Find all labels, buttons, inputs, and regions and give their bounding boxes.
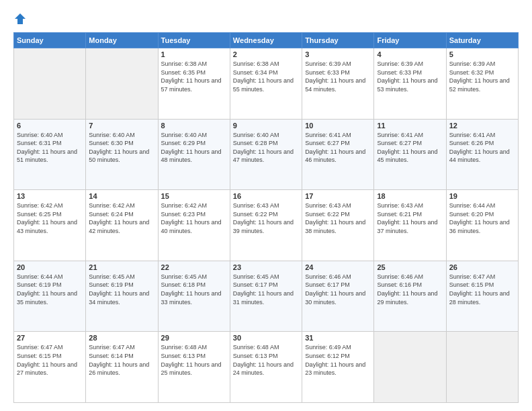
day-cell-3: 3Sunrise: 6:39 AM Sunset: 6:33 PM Daylig… bbox=[302, 48, 374, 120]
week-row-1: 1Sunrise: 6:38 AM Sunset: 6:35 PM Daylig… bbox=[14, 48, 519, 120]
day-info: Sunrise: 6:46 AM Sunset: 6:17 PM Dayligh… bbox=[305, 273, 371, 306]
day-number: 9 bbox=[233, 122, 299, 130]
day-info: Sunrise: 6:43 AM Sunset: 6:21 PM Dayligh… bbox=[377, 201, 443, 235]
day-number: 1 bbox=[161, 50, 227, 58]
empty-cell bbox=[446, 332, 518, 403]
day-cell-28: 28Sunrise: 6:47 AM Sunset: 6:14 PM Dayli… bbox=[86, 332, 158, 403]
day-cell-29: 29Sunrise: 6:48 AM Sunset: 6:13 PM Dayli… bbox=[158, 332, 230, 403]
logo bbox=[13, 12, 30, 26]
weekday-header-tuesday: Tuesday bbox=[158, 33, 230, 48]
page: SundayMondayTuesdayWednesdayThursdayFrid… bbox=[0, 0, 532, 411]
weekday-header-friday: Friday bbox=[374, 33, 446, 48]
day-info: Sunrise: 6:39 AM Sunset: 6:33 PM Dayligh… bbox=[305, 60, 371, 93]
day-info: Sunrise: 6:49 AM Sunset: 6:12 PM Dayligh… bbox=[305, 343, 371, 377]
day-number: 12 bbox=[449, 122, 515, 130]
weekday-header-sunday: Sunday bbox=[14, 33, 86, 48]
day-info: Sunrise: 6:45 AM Sunset: 6:19 PM Dayligh… bbox=[89, 273, 154, 306]
day-info: Sunrise: 6:47 AM Sunset: 6:14 PM Dayligh… bbox=[89, 343, 154, 377]
day-cell-15: 15Sunrise: 6:42 AM Sunset: 6:23 PM Dayli… bbox=[158, 190, 230, 261]
day-info: Sunrise: 6:40 AM Sunset: 6:31 PM Dayligh… bbox=[17, 131, 83, 165]
day-number: 3 bbox=[305, 50, 371, 58]
day-info: Sunrise: 6:40 AM Sunset: 6:29 PM Dayligh… bbox=[161, 131, 227, 165]
empty-cell bbox=[374, 332, 446, 403]
svg-marker-0 bbox=[15, 13, 26, 24]
day-info: Sunrise: 6:44 AM Sunset: 6:20 PM Dayligh… bbox=[449, 201, 515, 235]
day-info: Sunrise: 6:46 AM Sunset: 6:16 PM Dayligh… bbox=[377, 273, 443, 306]
day-info: Sunrise: 6:41 AM Sunset: 6:27 PM Dayligh… bbox=[377, 131, 443, 165]
day-info: Sunrise: 6:39 AM Sunset: 6:33 PM Dayligh… bbox=[377, 60, 443, 93]
day-number: 10 bbox=[305, 122, 371, 130]
day-info: Sunrise: 6:47 AM Sunset: 6:15 PM Dayligh… bbox=[449, 273, 515, 306]
day-number: 4 bbox=[377, 50, 443, 58]
day-info: Sunrise: 6:41 AM Sunset: 6:27 PM Dayligh… bbox=[305, 131, 371, 165]
day-number: 11 bbox=[377, 122, 443, 130]
day-number: 17 bbox=[305, 192, 371, 200]
day-cell-4: 4Sunrise: 6:39 AM Sunset: 6:33 PM Daylig… bbox=[374, 48, 446, 120]
day-number: 27 bbox=[17, 334, 83, 342]
logo-icon bbox=[13, 12, 27, 26]
day-number: 29 bbox=[161, 334, 227, 342]
day-cell-10: 10Sunrise: 6:41 AM Sunset: 6:27 PM Dayli… bbox=[302, 119, 374, 190]
calendar-table: SundayMondayTuesdayWednesdayThursdayFrid… bbox=[13, 32, 519, 403]
day-cell-6: 6Sunrise: 6:40 AM Sunset: 6:31 PM Daylig… bbox=[14, 119, 86, 190]
day-number: 28 bbox=[89, 334, 154, 342]
day-number: 16 bbox=[233, 192, 299, 200]
day-number: 19 bbox=[449, 192, 515, 200]
day-info: Sunrise: 6:42 AM Sunset: 6:23 PM Dayligh… bbox=[161, 201, 227, 235]
day-info: Sunrise: 6:41 AM Sunset: 6:26 PM Dayligh… bbox=[449, 131, 515, 165]
day-cell-17: 17Sunrise: 6:43 AM Sunset: 6:22 PM Dayli… bbox=[302, 190, 374, 261]
day-info: Sunrise: 6:45 AM Sunset: 6:18 PM Dayligh… bbox=[161, 273, 227, 306]
week-row-3: 13Sunrise: 6:42 AM Sunset: 6:25 PM Dayli… bbox=[14, 190, 519, 261]
day-info: Sunrise: 6:48 AM Sunset: 6:13 PM Dayligh… bbox=[161, 343, 227, 377]
day-info: Sunrise: 6:42 AM Sunset: 6:25 PM Dayligh… bbox=[17, 201, 83, 235]
day-number: 18 bbox=[377, 192, 443, 200]
day-info: Sunrise: 6:43 AM Sunset: 6:22 PM Dayligh… bbox=[305, 201, 371, 235]
day-cell-20: 20Sunrise: 6:44 AM Sunset: 6:19 PM Dayli… bbox=[14, 261, 86, 332]
day-cell-11: 11Sunrise: 6:41 AM Sunset: 6:27 PM Dayli… bbox=[374, 119, 446, 190]
day-number: 30 bbox=[233, 334, 299, 342]
weekday-header-wednesday: Wednesday bbox=[230, 33, 302, 48]
day-info: Sunrise: 6:44 AM Sunset: 6:19 PM Dayligh… bbox=[17, 273, 83, 306]
day-number: 13 bbox=[17, 192, 83, 200]
day-info: Sunrise: 6:40 AM Sunset: 6:28 PM Dayligh… bbox=[233, 131, 299, 165]
day-cell-1: 1Sunrise: 6:38 AM Sunset: 6:35 PM Daylig… bbox=[158, 48, 230, 120]
day-cell-9: 9Sunrise: 6:40 AM Sunset: 6:28 PM Daylig… bbox=[230, 119, 302, 190]
weekday-header-row: SundayMondayTuesdayWednesdayThursdayFrid… bbox=[14, 33, 519, 48]
day-info: Sunrise: 6:45 AM Sunset: 6:17 PM Dayligh… bbox=[233, 273, 299, 306]
day-info: Sunrise: 6:38 AM Sunset: 6:35 PM Dayligh… bbox=[161, 60, 227, 93]
day-number: 22 bbox=[161, 263, 227, 271]
day-number: 5 bbox=[449, 50, 515, 58]
day-cell-16: 16Sunrise: 6:43 AM Sunset: 6:22 PM Dayli… bbox=[230, 190, 302, 261]
header bbox=[13, 12, 519, 26]
day-number: 21 bbox=[89, 263, 154, 271]
day-number: 6 bbox=[17, 122, 83, 130]
weekday-header-saturday: Saturday bbox=[446, 33, 518, 48]
day-cell-18: 18Sunrise: 6:43 AM Sunset: 6:21 PM Dayli… bbox=[374, 190, 446, 261]
day-cell-12: 12Sunrise: 6:41 AM Sunset: 6:26 PM Dayli… bbox=[446, 119, 518, 190]
day-info: Sunrise: 6:42 AM Sunset: 6:24 PM Dayligh… bbox=[89, 201, 154, 235]
day-cell-8: 8Sunrise: 6:40 AM Sunset: 6:29 PM Daylig… bbox=[158, 119, 230, 190]
day-number: 8 bbox=[161, 122, 227, 130]
empty-cell bbox=[14, 48, 86, 120]
day-cell-31: 31Sunrise: 6:49 AM Sunset: 6:12 PM Dayli… bbox=[302, 332, 374, 403]
week-row-5: 27Sunrise: 6:47 AM Sunset: 6:15 PM Dayli… bbox=[14, 332, 519, 403]
day-number: 14 bbox=[89, 192, 154, 200]
day-cell-27: 27Sunrise: 6:47 AM Sunset: 6:15 PM Dayli… bbox=[14, 332, 86, 403]
empty-cell bbox=[86, 48, 158, 120]
day-number: 24 bbox=[305, 263, 371, 271]
day-cell-14: 14Sunrise: 6:42 AM Sunset: 6:24 PM Dayli… bbox=[86, 190, 158, 261]
day-number: 2 bbox=[233, 50, 299, 58]
day-info: Sunrise: 6:48 AM Sunset: 6:13 PM Dayligh… bbox=[233, 343, 299, 377]
day-cell-25: 25Sunrise: 6:46 AM Sunset: 6:16 PM Dayli… bbox=[374, 261, 446, 332]
day-info: Sunrise: 6:39 AM Sunset: 6:32 PM Dayligh… bbox=[449, 60, 515, 93]
day-info: Sunrise: 6:47 AM Sunset: 6:15 PM Dayligh… bbox=[17, 343, 83, 377]
week-row-2: 6Sunrise: 6:40 AM Sunset: 6:31 PM Daylig… bbox=[14, 119, 519, 190]
day-cell-13: 13Sunrise: 6:42 AM Sunset: 6:25 PM Dayli… bbox=[14, 190, 86, 261]
day-cell-30: 30Sunrise: 6:48 AM Sunset: 6:13 PM Dayli… bbox=[230, 332, 302, 403]
day-number: 7 bbox=[89, 122, 154, 130]
day-cell-22: 22Sunrise: 6:45 AM Sunset: 6:18 PM Dayli… bbox=[158, 261, 230, 332]
day-info: Sunrise: 6:40 AM Sunset: 6:30 PM Dayligh… bbox=[89, 131, 154, 165]
day-cell-21: 21Sunrise: 6:45 AM Sunset: 6:19 PM Dayli… bbox=[86, 261, 158, 332]
day-number: 20 bbox=[17, 263, 83, 271]
week-row-4: 20Sunrise: 6:44 AM Sunset: 6:19 PM Dayli… bbox=[14, 261, 519, 332]
